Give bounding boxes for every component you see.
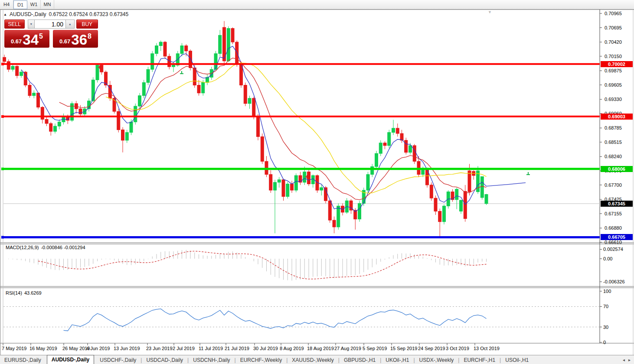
tee-marker[interactable]	[180, 71, 183, 74]
volume-increase-button[interactable]: ▴	[66, 20, 74, 29]
price-axis-label: 0.67700	[605, 182, 622, 188]
price-axis-label: 0.67155	[605, 211, 622, 216]
chart-tab-eurchf-weekly[interactable]: EURCHF-,Weekly	[236, 356, 286, 364]
rsi-line	[64, 309, 487, 331]
volume-input[interactable]	[34, 20, 66, 29]
price-axis-label: 0.70420	[605, 39, 622, 45]
rsi-label: RSI(14) 43.6269	[6, 290, 42, 296]
tee-marker[interactable]	[526, 172, 530, 175]
sell-price-pip: 5	[39, 32, 43, 40]
price-tag-0.66705: 0.66705	[601, 234, 633, 240]
macd-label: MACD(12,26,9) -0.000846 -0.001294	[6, 245, 85, 250]
price-axis-label: 0.69605	[605, 82, 622, 88]
price-axis-label: 0.70695	[605, 25, 622, 30]
tab-scroll-arrows: ◂ ▸	[623, 358, 631, 362]
chart-tab-ukoil-h1[interactable]: UKOil-,H1	[381, 356, 413, 364]
date-axis-label: 13 Jun 2019	[114, 346, 140, 351]
chart-tab-bar: EURUSD-,Daily|AUDUSD-,Daily|USDCHF-,Dail…	[0, 355, 634, 364]
price-axis-label: 0.68785	[605, 125, 622, 130]
chart-tab-audusd-daily[interactable]: AUDUSD-,Daily	[47, 355, 94, 364]
chart-tab-eurchf-h1[interactable]: EURCHF-,H1	[459, 356, 500, 364]
rsi-axis-label: 0	[603, 340, 606, 345]
chart-tab-usdcnh-daily[interactable]: USDCNH-,Daily	[189, 356, 234, 364]
buy-price-display[interactable]: 0.67 36 8	[53, 30, 98, 48]
date-axis-label: 7 May 2019	[2, 346, 26, 351]
rsi-value: 43.6269	[24, 290, 42, 296]
price-axis-label: 0.69330	[605, 97, 622, 102]
price-tag-0.69003: 0.69003	[601, 114, 633, 120]
buy-price-prefix: 0.67	[59, 38, 70, 45]
chart-tab-eurusd-daily[interactable]: EURUSD-,Daily	[0, 356, 46, 364]
price-axis-label: 0.69875	[605, 68, 622, 73]
price-axis-label: 0.66610	[605, 240, 622, 245]
macd-axis-label: 0.002574	[603, 247, 623, 252]
date-axis-label: 11 Jul 2019	[199, 346, 223, 351]
trading-terminal-window: H4D1W1MN ▲ AUDUSD-,Daily 0.67522 0.67524…	[0, 0, 634, 364]
buy-price-big: 36	[71, 33, 87, 46]
chart-tab-usdchf-daily[interactable]: USDCHF-,Daily	[95, 356, 141, 364]
chart-tab-usdcad-daily[interactable]: USDCAD-,Daily	[142, 356, 187, 364]
sell-price-display[interactable]: 0.67 34 5	[4, 30, 49, 48]
rsi-axis-label: 70	[603, 304, 608, 309]
volume-decrease-button[interactable]: ▾	[28, 20, 35, 29]
price-axis-label: 0.70965	[605, 11, 622, 16]
date-axis-label: 8 Aug 2019	[280, 346, 304, 351]
date-axis-label: 24 Sep 2019	[418, 346, 445, 351]
one-click-trade-panel: SELL ▾ ▴ BUY 0.67 34 5 0.67 36 8	[4, 20, 98, 48]
date-axis-label: 15 Sep 2019	[390, 346, 417, 351]
macd-axis-label: -0.006326	[603, 279, 625, 284]
date-axis-label: 18 Aug 2019	[307, 346, 334, 351]
sell-button[interactable]: SELL	[4, 20, 25, 29]
date-axis-label: 2 Jul 2019	[173, 346, 195, 351]
macd-histogram	[4, 250, 487, 281]
price-axis-label: 0.70150	[605, 54, 622, 59]
date-axis-label: 21 Jul 2019	[225, 346, 249, 351]
price-axis-label: 0.68515	[605, 140, 622, 145]
ohlc-values: 0.67522 0.67524 0.67323 0.67345	[49, 11, 129, 17]
rsi-axis-label: 100	[603, 289, 611, 294]
chart-tab-gbpusd-h1[interactable]: GBPUSD-,H1	[340, 356, 380, 364]
chart-tab-xauusd-weekly[interactable]: XAUUSD-,Weekly	[288, 356, 338, 364]
spin-up-icon: ▴	[69, 22, 71, 26]
ma-medium-line	[59, 58, 487, 200]
date-axis-label: 5 Sep 2019	[363, 346, 387, 351]
chart-canvas[interactable]	[0, 0, 634, 364]
price-axis-label: 0.68240	[605, 154, 622, 159]
price-tag-0.70002: 0.70002	[601, 61, 633, 67]
rsi-name: RSI(14)	[6, 290, 22, 296]
sell-price-prefix: 0.67	[11, 38, 22, 45]
chart-tabs: EURUSD-,Daily|AUDUSD-,Daily|USDCHF-,Dail…	[0, 355, 533, 364]
chart-tab-usdx-weekly[interactable]: USDX-,Weekly	[415, 356, 458, 364]
price-axis-label: 0.66880	[605, 225, 622, 231]
date-axis-label: 30 Jul 2019	[253, 346, 278, 351]
sell-price-big: 34	[23, 33, 39, 46]
date-axis-label: 16 May 2019	[29, 346, 57, 351]
date-axis-label: 4 Jun 2019	[86, 346, 110, 351]
date-axis-label: 27 Aug 2019	[334, 346, 361, 351]
macd-values: -0.000846 -0.001294	[41, 245, 85, 250]
chart-shift-marker-icon: ▼	[488, 10, 492, 14]
buy-price-pip: 8	[88, 32, 92, 40]
buy-button[interactable]: BUY	[76, 20, 98, 29]
symbol-period-label: AUDUSD-,Daily	[10, 11, 46, 17]
macd-name: MACD(12,26,9)	[6, 245, 39, 250]
tabs-scroll-left-icon[interactable]: ◂	[623, 358, 625, 362]
rsi-axis-label: 30	[603, 325, 608, 330]
spin-down-icon: ▾	[30, 22, 32, 26]
date-axis-label: 23 Jun 2019	[146, 346, 173, 351]
date-axis-label: 3 Oct 2019	[446, 346, 469, 351]
tabs-scroll-right-icon[interactable]: ▸	[628, 358, 631, 362]
chart-header: ▲ AUDUSD-,Daily 0.67522 0.67524 0.67323 …	[3, 11, 128, 17]
collapse-icon[interactable]: ▲	[3, 13, 7, 16]
price-tag-0.68006: 0.68006	[601, 166, 633, 172]
date-axis-label: 13 Oct 2019	[474, 346, 500, 351]
macd-axis-label: 0.00	[603, 256, 612, 261]
chart-tab-usoil-h1[interactable]: USOil-,H1	[501, 356, 533, 364]
candlesticks	[3, 21, 488, 238]
current-price-tag: 0.67345	[601, 201, 633, 207]
